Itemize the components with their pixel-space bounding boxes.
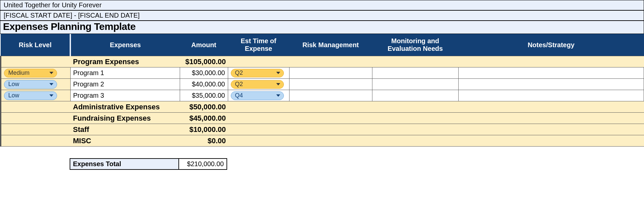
category-label: Program Expenses xyxy=(70,56,180,67)
col-risk-mgmt: Risk Management xyxy=(289,34,372,56)
notes-cell[interactable] xyxy=(458,67,644,79)
chevron-down-icon xyxy=(49,72,53,74)
col-notes: Notes/Strategy xyxy=(458,34,644,56)
risk-cell[interactable]: Low xyxy=(1,79,70,90)
category-label: Administrative Expenses xyxy=(70,101,180,113)
monitoring-cell[interactable] xyxy=(372,67,458,79)
risk-dropdown-label: Low xyxy=(8,81,19,88)
col-amount: Amount xyxy=(180,34,228,56)
page-title: Expenses Planning Template xyxy=(0,21,644,34)
expense-amount[interactable]: $40,000.00 xyxy=(180,79,228,90)
category-row: Program Expenses$105,000.00 xyxy=(1,56,644,67)
chevron-down-icon xyxy=(49,94,53,97)
time-dropdown[interactable]: Q2 xyxy=(231,80,284,89)
risk-mgmt-cell[interactable] xyxy=(289,67,372,79)
time-dropdown[interactable]: Q4 xyxy=(231,91,284,100)
table-row: LowProgram 2$40,000.00Q2 xyxy=(1,79,644,90)
time-cell[interactable]: Q4 xyxy=(228,90,289,101)
notes-cell[interactable] xyxy=(458,90,644,101)
table-row: LowProgram 3$35,000.00Q4 xyxy=(1,90,644,101)
time-dropdown-label: Q2 xyxy=(235,69,243,76)
category-label: MISC xyxy=(70,135,180,147)
time-cell[interactable]: Q2 xyxy=(228,67,289,79)
category-risk-cell xyxy=(1,135,70,147)
time-dropdown[interactable]: Q2 xyxy=(231,69,284,77)
expense-amount[interactable]: $30,000.00 xyxy=(180,67,228,79)
col-monitoring: Monitoring and Evaluation Needs xyxy=(372,34,458,56)
category-label: Staff xyxy=(70,124,180,135)
risk-mgmt-cell[interactable] xyxy=(289,90,372,101)
expense-amount[interactable]: $35,000.00 xyxy=(180,90,228,101)
expense-name[interactable]: Program 2 xyxy=(70,79,180,90)
risk-dropdown-label: Low xyxy=(8,92,19,99)
expenses-total-amount: $210,000.00 xyxy=(179,158,227,170)
category-amount: $10,000.00 xyxy=(180,124,228,135)
risk-mgmt-cell[interactable] xyxy=(289,79,372,90)
category-row: Administrative Expenses$50,000.00 xyxy=(1,101,644,113)
category-amount: $0.00 xyxy=(180,135,228,147)
risk-dropdown[interactable]: Low xyxy=(4,91,57,100)
category-risk-cell xyxy=(1,101,70,113)
fiscal-range: [FISCAL START DATE] - [FISCAL END DATE] xyxy=(0,10,644,21)
expenses-total-label: Expenses Total xyxy=(70,158,179,170)
table-row: MediumProgram 1$30,000.00Q2 xyxy=(1,67,644,79)
chevron-down-icon xyxy=(276,72,280,74)
category-label: Fundraising Expenses xyxy=(70,113,180,124)
expense-name[interactable]: Program 1 xyxy=(70,67,180,79)
monitoring-cell[interactable] xyxy=(372,90,458,101)
risk-dropdown[interactable]: Low xyxy=(4,80,57,89)
category-amount: $50,000.00 xyxy=(180,101,228,113)
risk-cell[interactable]: Medium xyxy=(1,67,70,79)
category-row: Staff$10,000.00 xyxy=(1,124,644,135)
risk-dropdown[interactable]: Medium xyxy=(4,69,57,77)
category-amount: $45,000.00 xyxy=(180,113,228,124)
time-cell[interactable]: Q2 xyxy=(228,79,289,90)
category-risk-cell xyxy=(1,56,70,67)
col-risk-level: Risk Level xyxy=(1,34,70,56)
monitoring-cell[interactable] xyxy=(372,79,458,90)
chevron-down-icon xyxy=(276,83,280,85)
category-row: MISC$0.00 xyxy=(1,135,644,147)
risk-dropdown-label: Medium xyxy=(8,69,30,76)
category-amount: $105,000.00 xyxy=(180,56,228,67)
org-name: United Together for Unity Forever xyxy=(0,0,644,10)
col-expenses: Expenses xyxy=(70,34,180,56)
col-est-time: Est Time of Expense xyxy=(228,34,289,56)
time-dropdown-label: Q4 xyxy=(235,92,243,99)
notes-cell[interactable] xyxy=(458,79,644,90)
time-dropdown-label: Q2 xyxy=(235,81,243,88)
chevron-down-icon xyxy=(49,83,53,85)
category-risk-cell xyxy=(1,113,70,124)
chevron-down-icon xyxy=(276,94,280,97)
risk-cell[interactable]: Low xyxy=(1,90,70,101)
expenses-table: Risk Level Expenses Amount Est Time of E… xyxy=(0,34,644,147)
expense-name[interactable]: Program 3 xyxy=(70,90,180,101)
category-row: Fundraising Expenses$45,000.00 xyxy=(1,113,644,124)
category-risk-cell xyxy=(1,124,70,135)
